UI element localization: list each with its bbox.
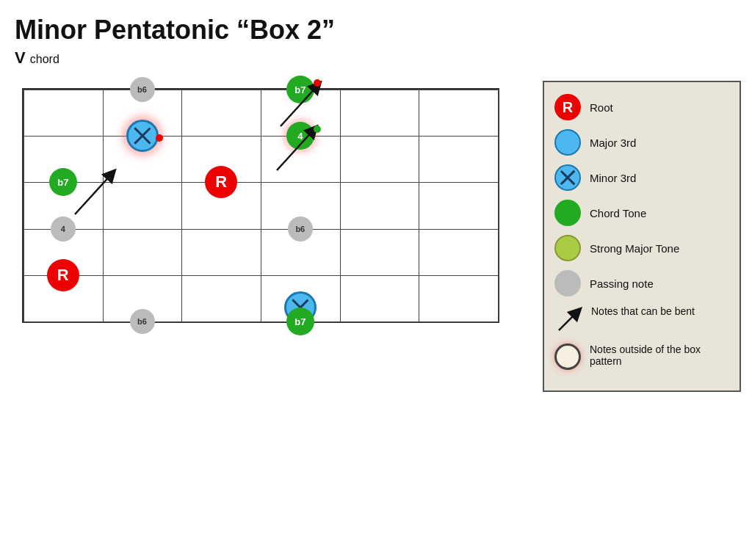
legend-outside-circle bbox=[554, 343, 581, 370]
legend-strong-circle bbox=[554, 235, 581, 261]
legend-strong-label: Strong Major Tone bbox=[590, 242, 679, 255]
note-b6-s4-right: b6 bbox=[288, 217, 313, 241]
legend-item-major3rd: Major 3rd bbox=[554, 129, 729, 156]
note-b7-s6-right: b7 bbox=[286, 308, 314, 335]
legend-passing-label: Passing note bbox=[590, 277, 654, 290]
legend-major3rd-circle bbox=[554, 129, 581, 156]
legend-bend-arrow-icon bbox=[554, 305, 584, 335]
subtitle: V chord bbox=[15, 48, 737, 68]
legend-outside-label: Notes outside of the box pattern bbox=[590, 343, 729, 367]
legend-chord-label: Chord Tone bbox=[590, 207, 646, 219]
dot-red-s2 bbox=[156, 134, 163, 142]
legend-item-root: R Root bbox=[554, 94, 729, 120]
note-b6-s1: b6 bbox=[130, 77, 155, 102]
legend-passing-circle bbox=[554, 270, 581, 297]
note-b6-s6: b6 bbox=[130, 309, 155, 334]
legend-item-chord: Chord Tone bbox=[554, 200, 729, 226]
fretboard: b6 b7 4 R b6 bbox=[22, 88, 499, 323]
fret-0 bbox=[24, 90, 24, 321]
dot-green-s2-right bbox=[314, 126, 321, 133]
page-title: Minor Pentatonic “Box 2” bbox=[15, 15, 737, 46]
note-4-s4: 4 bbox=[51, 217, 76, 241]
legend-root-circle: R bbox=[554, 94, 581, 120]
note-minor3rd-s2 bbox=[126, 120, 159, 152]
note-root-s3: R bbox=[205, 166, 237, 198]
string-6 bbox=[24, 321, 498, 322]
legend-item-outside: Notes outside of the box pattern bbox=[554, 343, 729, 370]
legend-major3rd-label: Major 3rd bbox=[590, 137, 636, 149]
fret-2 bbox=[181, 90, 182, 321]
note-b7-s1-right: b7 bbox=[286, 76, 314, 103]
note-4-s2-right: 4 bbox=[286, 122, 314, 150]
fretboard-container: b6 b7 4 R b6 bbox=[22, 88, 499, 352]
chord-label: chord bbox=[30, 53, 59, 65]
legend-bend-label: Notes that can be bent bbox=[591, 305, 695, 317]
chord-numeral: V bbox=[15, 48, 26, 67]
legend-box: R Root Major 3rd Minor 3rd Chord Tone St… bbox=[543, 81, 741, 392]
legend-item-passing: Passing note bbox=[554, 270, 729, 297]
note-root-s5: R bbox=[47, 259, 79, 291]
legend-chord-circle bbox=[554, 200, 581, 226]
legend-item-bend: Notes that can be bent bbox=[554, 305, 729, 335]
fret-3 bbox=[261, 90, 261, 321]
dot-red-s1-right bbox=[314, 79, 321, 87]
legend-root-label: Root bbox=[590, 101, 613, 114]
app: Minor Pentatonic “Box 2” V chord bbox=[0, 0, 752, 560]
svg-line-3 bbox=[559, 312, 577, 330]
fret-6 bbox=[498, 90, 499, 321]
note-b7-s3: b7 bbox=[49, 168, 77, 196]
svg-line-0 bbox=[75, 174, 112, 214]
bend-arrow-s3 bbox=[68, 163, 126, 222]
legend-minor3rd-circle bbox=[554, 164, 581, 191]
fret-4 bbox=[340, 90, 341, 321]
legend-item-minor3rd: Minor 3rd bbox=[554, 164, 729, 191]
fret-5 bbox=[419, 90, 419, 321]
legend-minor3rd-label: Minor 3rd bbox=[590, 172, 636, 184]
legend-item-strong: Strong Major Tone bbox=[554, 235, 729, 261]
fret-1 bbox=[103, 90, 104, 321]
